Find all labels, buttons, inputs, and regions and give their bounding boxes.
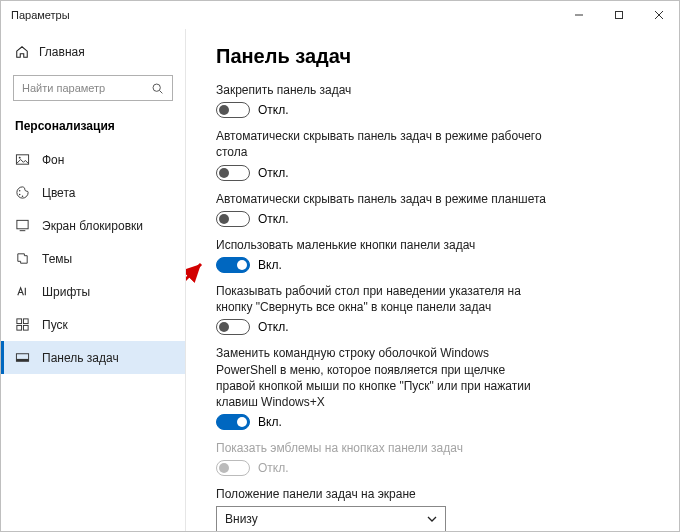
svg-point-10	[22, 196, 24, 198]
svg-rect-6	[16, 155, 28, 164]
setting-label: Показать эмблемы на кнопках панели задач	[216, 440, 546, 456]
minimize-icon	[574, 10, 584, 20]
fonts-icon	[15, 284, 30, 299]
svg-rect-16	[23, 325, 28, 330]
svg-line-19	[186, 264, 201, 374]
svg-rect-14	[23, 319, 28, 324]
sidebar-item-label: Экран блокировки	[42, 219, 143, 233]
svg-rect-11	[17, 220, 28, 228]
sidebar-item-label: Пуск	[42, 318, 68, 332]
sidebar-section-title: Персонализация	[1, 113, 185, 143]
content-pane: Панель задач Закрепить панель задач Откл…	[186, 29, 679, 531]
setting-label: Автоматически скрывать панель задач в ре…	[216, 191, 546, 207]
lockscreen-icon	[15, 218, 30, 233]
caption-buttons	[559, 1, 679, 29]
svg-rect-15	[17, 325, 22, 330]
sidebar-item-label: Панель задач	[42, 351, 119, 365]
sidebar: Главная Найти параметр Персонализация Фо…	[1, 29, 186, 531]
nav-list: Фон Цвета Экран блокировки Темы Шрифты	[1, 143, 185, 374]
maximize-icon	[614, 10, 624, 20]
setting-autohide-desktop: Автоматически скрывать панель задач в ре…	[216, 128, 657, 180]
search-placeholder: Найти параметр	[22, 82, 151, 94]
sidebar-item-label: Фон	[42, 153, 64, 167]
themes-icon	[15, 251, 30, 266]
setting-autohide-tablet: Автоматически скрывать панель задач в ре…	[216, 191, 657, 227]
setting-label: Положение панели задач на экране	[216, 486, 546, 502]
sidebar-home[interactable]: Главная	[1, 39, 185, 65]
home-icon	[15, 45, 29, 59]
sidebar-item-label: Шрифты	[42, 285, 90, 299]
setting-label: Автоматически скрывать панель задач в ре…	[216, 128, 546, 160]
sidebar-item-colors[interactable]: Цвета	[1, 176, 185, 209]
toggle-autohide-desktop[interactable]	[216, 165, 250, 181]
sidebar-item-background[interactable]: Фон	[1, 143, 185, 176]
sidebar-item-start[interactable]: Пуск	[1, 308, 185, 341]
toggle-badges	[216, 460, 250, 476]
picture-icon	[15, 152, 30, 167]
toggle-autohide-tablet[interactable]	[216, 211, 250, 227]
window-body: Главная Найти параметр Персонализация Фо…	[1, 29, 679, 531]
page-title: Панель задач	[216, 45, 657, 68]
sidebar-home-label: Главная	[39, 45, 85, 59]
svg-rect-13	[17, 319, 22, 324]
svg-point-9	[19, 194, 21, 196]
dropdown-taskbar-position[interactable]: Внизу	[216, 506, 446, 531]
setting-powershell: Заменить командную строку оболочкой Wind…	[216, 345, 657, 430]
search-input[interactable]: Найти параметр	[13, 75, 173, 101]
toggle-state-text: Откл.	[258, 103, 289, 117]
close-icon	[654, 10, 664, 20]
svg-point-7	[19, 157, 21, 159]
minimize-button[interactable]	[559, 1, 599, 29]
search-icon	[151, 82, 164, 95]
setting-label: Использовать маленькие кнопки панели зад…	[216, 237, 546, 253]
toggle-state-text: Вкл.	[258, 415, 282, 429]
maximize-button[interactable]	[599, 1, 639, 29]
toggle-peek-desktop[interactable]	[216, 319, 250, 335]
toggle-state-text: Откл.	[258, 166, 289, 180]
sidebar-item-lockscreen[interactable]: Экран блокировки	[1, 209, 185, 242]
toggle-small-buttons[interactable]	[216, 257, 250, 273]
svg-rect-18	[16, 359, 28, 361]
toggle-powershell[interactable]	[216, 414, 250, 430]
toggle-state-text: Откл.	[258, 320, 289, 334]
svg-point-8	[19, 190, 21, 192]
setting-label: Закрепить панель задач	[216, 82, 546, 98]
setting-label: Заменить командную строку оболочкой Wind…	[216, 345, 546, 410]
setting-label: Показывать рабочий стол при наведении ук…	[216, 283, 546, 315]
setting-taskbar-position: Положение панели задач на экране Внизу	[216, 486, 657, 531]
svg-rect-1	[616, 12, 623, 19]
toggle-state-text: Откл.	[258, 461, 289, 475]
toggle-state-text: Вкл.	[258, 258, 282, 272]
palette-icon	[15, 185, 30, 200]
dropdown-value: Внизу	[225, 512, 427, 526]
sidebar-item-fonts[interactable]: Шрифты	[1, 275, 185, 308]
setting-peek-desktop: Показывать рабочий стол при наведении ук…	[216, 283, 657, 335]
toggle-lock-taskbar[interactable]	[216, 102, 250, 118]
sidebar-item-label: Цвета	[42, 186, 75, 200]
chevron-down-icon	[427, 514, 437, 524]
settings-window: Параметры Главная Найти параметр Персона	[0, 0, 680, 532]
svg-line-5	[160, 90, 163, 93]
toggle-state-text: Откл.	[258, 212, 289, 226]
taskbar-icon	[15, 350, 30, 365]
sidebar-item-taskbar[interactable]: Панель задач	[1, 341, 185, 374]
close-button[interactable]	[639, 1, 679, 29]
titlebar: Параметры	[1, 1, 679, 29]
start-icon	[15, 317, 30, 332]
setting-badges: Показать эмблемы на кнопках панели задач…	[216, 440, 657, 476]
window-title: Параметры	[11, 9, 70, 21]
setting-lock-taskbar: Закрепить панель задач Откл.	[216, 82, 657, 118]
sidebar-item-themes[interactable]: Темы	[1, 242, 185, 275]
sidebar-item-label: Темы	[42, 252, 72, 266]
svg-point-4	[153, 84, 160, 91]
setting-small-buttons: Использовать маленькие кнопки панели зад…	[216, 237, 657, 273]
